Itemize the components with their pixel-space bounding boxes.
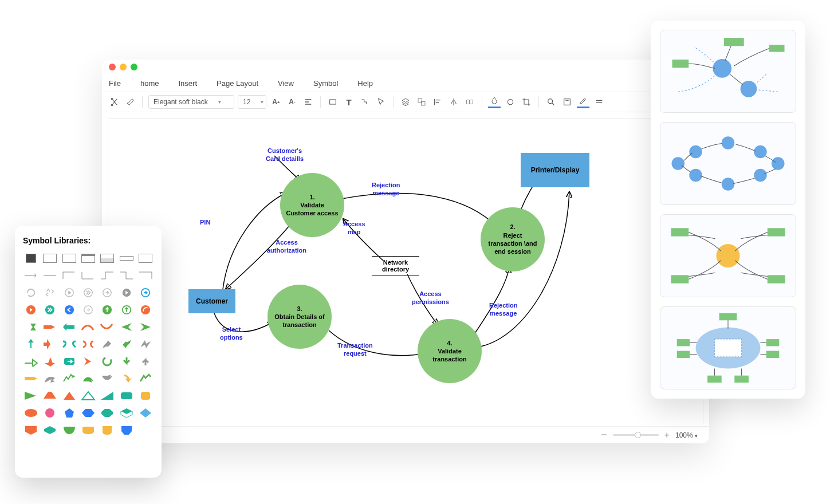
sym-box-thin[interactable] [119,252,134,265]
align-menu-icon[interactable] [302,96,314,108]
more-icon[interactable] [593,96,605,108]
sym-arrow[interactable] [80,372,96,385]
menu-home[interactable]: home [140,79,159,88]
menu-pagelayout[interactable]: Page Layout [217,79,258,88]
sym-arrow[interactable] [61,338,77,351]
pointer-tool-icon[interactable] [375,96,387,108]
sym-box-split[interactable] [100,252,115,265]
minimize-icon[interactable] [120,64,127,70]
group-icon[interactable] [415,96,428,108]
sym-arrow[interactable] [42,355,57,368]
sym-arrow[interactable] [119,355,134,368]
template-thumbnail[interactable] [660,122,796,205]
zoom-value[interactable]: 100% ▾ [675,431,698,439]
sym-shape[interactable] [138,407,154,419]
process-validate-access[interactable]: 1.Validate Customer access [280,173,344,237]
sym-shape[interactable] [119,389,134,402]
zoom-out-icon[interactable]: − [601,429,607,441]
template-thumbnail[interactable] [660,30,796,113]
sym-arrow[interactable] [23,338,38,351]
sym-shape[interactable] [100,424,115,436]
close-icon[interactable] [109,64,116,70]
sym-refresh-icon[interactable] [23,286,38,299]
sym-recycle-icon[interactable] [42,286,57,299]
sym-arrow[interactable] [23,321,38,333]
sym-arrow[interactable] [80,355,96,368]
sym-arrow[interactable] [100,372,115,385]
sym-shape[interactable] [138,424,154,436]
sym-right-circle-icon[interactable] [100,286,115,299]
sym-circle[interactable] [61,304,77,316]
sym-shape[interactable] [42,389,57,402]
sym-elbow[interactable] [61,269,77,282]
menu-file[interactable]: File [109,79,121,88]
sym-arrow[interactable] [42,372,57,385]
sym-step[interactable] [119,269,134,282]
sym-arrow[interactable] [61,372,77,385]
sym-arrow[interactable] [61,355,77,368]
sym-shape[interactable] [80,389,96,402]
sym-shape[interactable] [23,424,38,436]
sym-shape[interactable] [61,389,77,402]
sym-elbow[interactable] [80,269,96,282]
sym-arrow[interactable] [100,321,115,333]
sym-circle[interactable] [119,304,134,316]
template-thumbnail[interactable] [660,306,796,389]
sym-arrow[interactable] [61,321,77,333]
library-icon[interactable] [561,96,573,108]
zoom-in-icon[interactable]: + [664,430,670,440]
sym-circle[interactable] [138,304,154,316]
sym-next-circle-icon[interactable] [138,286,154,299]
sym-arrow[interactable] [42,321,57,333]
sym-shape[interactable] [100,389,115,402]
sym-shape[interactable] [23,407,38,419]
process-validate-tx[interactable]: 4.Validate transaction [418,319,482,383]
maximize-icon[interactable] [131,64,137,70]
sym-shape[interactable] [61,407,77,419]
sym-box[interactable] [42,252,57,265]
sym-box-header[interactable] [80,252,96,265]
crop-icon[interactable] [520,96,533,108]
sym-arrow[interactable] [138,372,154,385]
sym-arrow[interactable] [80,338,96,351]
sym-shape[interactable] [119,424,134,436]
search-icon[interactable] [545,96,557,108]
sym-arrow[interactable] [80,321,96,333]
sym-arrow[interactable] [138,355,154,368]
samesize-icon[interactable] [463,96,476,108]
fontsize-select[interactable]: 12▾ [238,95,266,109]
sym-shape[interactable] [138,389,154,402]
template-thumbnail[interactable] [660,214,796,297]
font-select[interactable]: Elegant soft black▾ [148,95,234,109]
paint-icon[interactable] [124,96,136,108]
sym-arrow[interactable] [119,338,134,351]
entity-printer[interactable]: Printer/Display [521,153,589,187]
font-increase-icon[interactable]: A+ [270,96,282,108]
sym-arrow[interactable] [138,338,154,351]
sym-box-filled[interactable] [23,252,38,265]
sym-circle[interactable] [100,304,115,316]
sym-arrow[interactable] [100,338,115,351]
sym-circle[interactable] [42,304,57,316]
menu-symbol[interactable]: Symbol [313,79,338,88]
sym-shape[interactable] [61,424,77,436]
font-decrease-icon[interactable]: A- [286,96,298,108]
layers-icon[interactable] [399,96,412,108]
sym-box[interactable] [138,252,154,265]
sym-circle[interactable] [23,304,38,316]
sym-arrow[interactable] [23,372,38,385]
sym-circle[interactable] [80,304,96,316]
sym-arrow[interactable] [42,338,57,351]
sym-play-circle-icon[interactable] [61,286,77,299]
cut-icon[interactable] [108,96,120,108]
sym-shape[interactable] [80,424,96,436]
entity-customer[interactable]: Customer [188,289,235,313]
sym-shape[interactable] [119,407,134,419]
sym-arrow[interactable] [100,355,115,368]
menu-insert[interactable]: Insert [178,79,197,88]
sym-ff-circle-icon[interactable] [80,286,96,299]
sym-bracket[interactable] [138,269,154,282]
menu-view[interactable]: View [278,79,294,88]
process-reject[interactable]: 2.Reject transaction \and end session [481,207,545,271]
sym-shape[interactable] [80,407,96,419]
